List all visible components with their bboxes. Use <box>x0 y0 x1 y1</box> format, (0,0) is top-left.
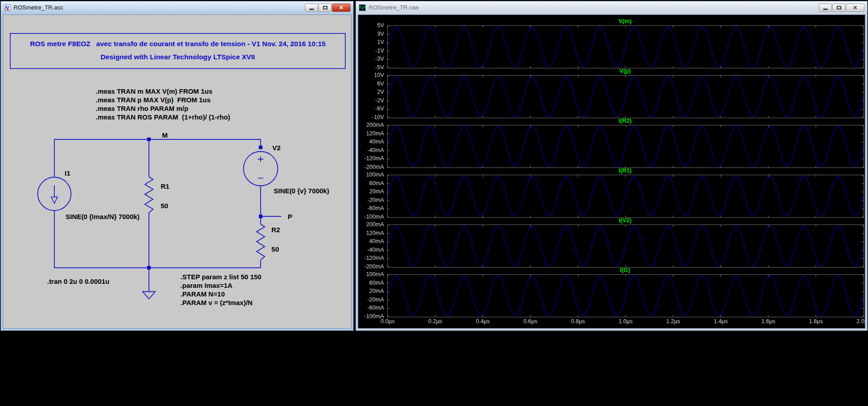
x-axis-tick-label[interactable]: 0.2µs <box>428 318 442 325</box>
x-axis-tick-label[interactable]: 1.4µs <box>714 318 728 325</box>
y-axis-tick-label[interactable]: 120mA <box>359 230 384 236</box>
spice-directive[interactable]: .PARAM N=10 <box>180 290 225 298</box>
waveform-pane-2[interactable]: I(R2)200mA120mA40mA-40mA-120mA-200mA <box>359 117 864 167</box>
waveform-pane-0[interactable]: V(m)5V3V1V-1V-3V-5V <box>359 18 864 67</box>
ground-symbol[interactable] <box>142 291 155 299</box>
y-axis-tick-label[interactable]: 100mA <box>359 271 384 277</box>
component-ref[interactable]: V2 <box>272 144 280 152</box>
x-axis-tick-label[interactable]: 1.2µs <box>666 318 680 325</box>
spice-directive[interactable]: .meas TRAN m MAX V(m) FROM 1us <box>96 87 213 95</box>
y-axis-tick-label[interactable]: 3V <box>359 31 384 37</box>
param-directives[interactable]: .STEP param z list 50 150 .param Imax=1A… <box>180 273 261 306</box>
x-axis-tick-label[interactable]: 0.8µs <box>571 318 585 325</box>
header-comment-box[interactable]: ROS metre F8EOZ avec transfo de courant … <box>10 33 346 69</box>
y-axis-tick-label[interactable]: -60mA <box>359 205 384 211</box>
spice-directive[interactable]: .meas TRAN rho PARAM m/p <box>96 105 189 112</box>
y-axis-tick-label[interactable]: -120mA <box>359 155 384 162</box>
y-axis-tick-label[interactable]: 200mA <box>359 122 384 128</box>
x-axis-tick-label[interactable]: 2.0µs <box>857 318 865 325</box>
minimize-button[interactable] <box>305 4 318 12</box>
trace-name-label[interactable]: V(m) <box>387 18 863 24</box>
y-axis-tick-label[interactable]: 120mA <box>359 130 384 137</box>
component-value[interactable]: 50 <box>161 202 168 210</box>
plot-grid[interactable] <box>387 274 864 317</box>
component-value[interactable]: SINE(0 {Imax/N} 7000k) <box>66 213 139 220</box>
schematic-canvas[interactable]: ROS metre F8EOZ avec transfo de courant … <box>3 14 351 329</box>
y-axis-tick-label[interactable]: 200mA <box>359 221 384 228</box>
waveform-trace[interactable] <box>388 176 863 216</box>
close-button[interactable]: ✕ <box>332 4 351 12</box>
x-axis-tick-label[interactable]: 1.8µs <box>809 318 823 325</box>
component-value[interactable]: SINE(0 {v} 7000k) <box>274 187 329 195</box>
plot-grid[interactable] <box>387 175 864 218</box>
close-button[interactable]: ✕ <box>846 4 864 12</box>
waveform-titlebar[interactable]: ROSmetre_TR.raw ✕ <box>356 1 867 14</box>
maximize-button[interactable] <box>832 4 845 12</box>
component-ref[interactable]: I1 <box>65 169 70 177</box>
y-axis-tick-label[interactable]: -40mA <box>359 247 384 253</box>
y-axis-tick-label[interactable]: -2V <box>359 97 384 104</box>
y-axis-tick-label[interactable]: 2V <box>359 89 384 95</box>
waveform-trace[interactable] <box>388 76 863 116</box>
waveform-pane-1[interactable]: V(p)10V6V2V-2V-6V-10V <box>359 67 864 117</box>
x-axis-tick-label[interactable]: 1.6µs <box>761 318 775 325</box>
meas-directives[interactable]: .meas TRAN m MAX V(m) FROM 1us .meas TRA… <box>96 87 230 121</box>
tran-directive[interactable]: .tran 0 2u 0 0.0001u <box>47 277 109 285</box>
resistor-R2[interactable]: R2 50 <box>256 224 280 260</box>
minimize-button[interactable] <box>819 4 832 12</box>
spice-directive[interactable]: .PARAM v = (z*Imax)/N <box>180 299 252 306</box>
x-axis-tick-label[interactable]: 1.0µs <box>619 318 633 325</box>
y-axis-tick-label[interactable]: 40mA <box>359 139 384 145</box>
waveform-trace[interactable] <box>388 276 863 315</box>
waveform-trace[interactable] <box>388 126 863 166</box>
spice-directive[interactable]: .STEP param z list 50 150 <box>180 273 261 281</box>
maximize-button[interactable] <box>318 4 332 12</box>
plot-grid[interactable] <box>387 125 864 168</box>
current-source-I1[interactable]: I1 SINE(0 {Imax/N} 7000k) <box>38 169 139 220</box>
trace-name-label[interactable]: V(p) <box>387 67 863 74</box>
y-axis-tick-label[interactable]: 100mA <box>359 172 384 178</box>
trace-name-label[interactable]: I(R2) <box>387 117 863 124</box>
y-axis-tick-label[interactable]: -3V <box>359 56 384 62</box>
plot-grid[interactable] <box>387 25 864 68</box>
node-label-p[interactable]: P <box>288 213 292 220</box>
y-axis-tick-label[interactable]: 60mA <box>359 180 384 186</box>
y-axis-tick-label[interactable]: -1V <box>359 48 384 54</box>
y-axis-tick-label[interactable]: 20mA <box>359 288 384 294</box>
trace-name-label[interactable]: I(R1) <box>387 167 863 174</box>
y-axis-tick-label[interactable]: -20mA <box>359 296 384 303</box>
y-axis-tick-label[interactable]: -20mA <box>359 197 384 203</box>
component-ref[interactable]: R2 <box>271 226 280 234</box>
y-axis-tick-label[interactable]: -40mA <box>359 147 384 153</box>
waveform-viewer[interactable]: V(m)5V3V1V-1V-3V-5VV(p)10V6V2V-2V-6V-10V… <box>358 14 865 329</box>
resistor-R1[interactable]: R1 50 <box>145 177 169 213</box>
spice-directive[interactable]: .meas TRAN p MAX V(p) FROM 1us <box>96 96 211 104</box>
component-ref[interactable]: R1 <box>161 182 169 190</box>
y-axis-tick-label[interactable]: 5V <box>359 22 384 29</box>
waveform-pane-4[interactable]: I(V2)200mA120mA40mA-40mA-120mA-200mA <box>359 217 864 267</box>
y-axis-tick-label[interactable]: -60mA <box>359 305 384 311</box>
y-axis-tick-label[interactable]: 20mA <box>359 188 384 195</box>
node-label-m[interactable]: M <box>162 131 167 139</box>
x-axis-tick-label[interactable]: 0.4µs <box>476 318 490 325</box>
schematic-titlebar[interactable]: ROSmetre_TR.asc ✕ <box>1 1 353 14</box>
y-axis-tick-label[interactable]: -6V <box>359 105 384 112</box>
trace-name-label[interactable]: I(V2) <box>387 217 863 224</box>
waveform-trace[interactable] <box>388 27 863 67</box>
ltspice-waveform-icon[interactable] <box>359 4 366 11</box>
x-axis-tick-label[interactable]: 0.0µs <box>381 318 395 325</box>
x-axis-tick-label[interactable]: 0.6µs <box>523 318 537 325</box>
y-axis-tick-label[interactable]: -120mA <box>359 255 384 261</box>
ltspice-schematic-icon[interactable] <box>4 4 11 11</box>
y-axis-tick-label[interactable]: 1V <box>359 39 384 45</box>
voltage-source-V2[interactable]: V2 SINE(0 {v} 7000k) <box>243 144 329 195</box>
y-axis-tick-label[interactable]: 60mA <box>359 280 384 286</box>
spice-directive[interactable]: .meas TRAN ROS PARAM (1+rho)/ (1-rho) <box>96 113 230 121</box>
y-axis-tick-label[interactable]: 6V <box>359 81 384 87</box>
waveform-pane-5[interactable]: I(I1)100mA60mA20mA-20mA-60mA-100mA <box>359 267 864 316</box>
y-axis-tick-label[interactable]: 40mA <box>359 238 384 244</box>
component-value[interactable]: 50 <box>271 245 279 253</box>
plot-grid[interactable] <box>387 75 864 118</box>
waveform-trace[interactable] <box>388 226 863 266</box>
y-axis-tick-label[interactable]: 10V <box>359 72 384 78</box>
